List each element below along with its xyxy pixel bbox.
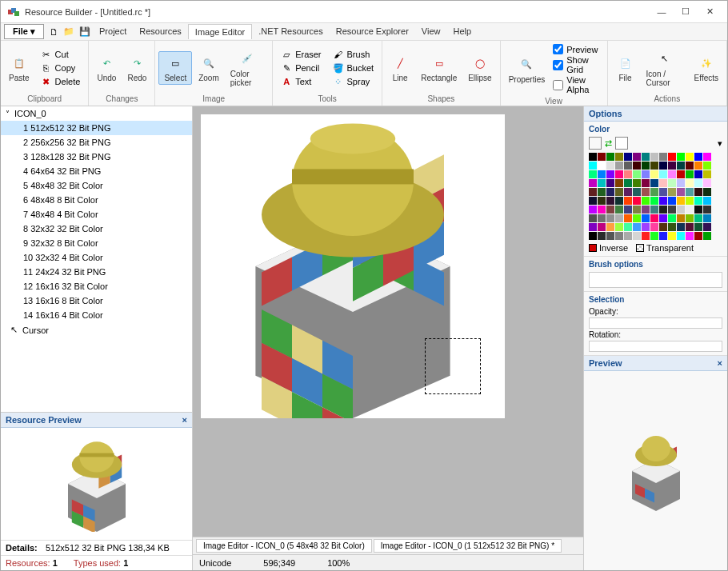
icon-cursor-button[interactable]: ↖Icon / Cursor: [642, 48, 688, 89]
palette-cell[interactable]: [659, 179, 667, 187]
palette-cell[interactable]: [677, 188, 685, 196]
palette-cell[interactable]: [589, 214, 597, 222]
brush-preview[interactable]: [589, 272, 722, 288]
palette-cell[interactable]: [606, 206, 614, 214]
palette-cell[interactable]: [624, 188, 632, 196]
palette-cell[interactable]: [642, 197, 650, 205]
palette-cell[interactable]: [633, 188, 641, 196]
palette-cell[interactable]: [650, 170, 658, 178]
brush-button[interactable]: 🖌Brush: [330, 48, 378, 61]
palette-cell[interactable]: [606, 197, 614, 205]
palette-cell[interactable]: [615, 206, 623, 214]
palette-cell[interactable]: [598, 206, 606, 214]
right-preview-close-button[interactable]: ×: [718, 358, 722, 368]
palette-cell[interactable]: [686, 162, 694, 170]
line-button[interactable]: ╱Line: [386, 52, 414, 84]
palette-cell[interactable]: [703, 170, 711, 178]
palette-cell[interactable]: [703, 197, 711, 205]
palette-cell[interactable]: [659, 232, 667, 240]
copy-button[interactable]: ⎘Copy: [38, 62, 84, 74]
palette-cell[interactable]: [615, 232, 623, 240]
palette-cell[interactable]: [703, 206, 711, 214]
palette-cell[interactable]: [668, 188, 676, 196]
transparent-flag[interactable]: Transparent: [636, 243, 694, 253]
palette-cell[interactable]: [659, 170, 667, 178]
palette-cell[interactable]: [633, 214, 641, 222]
palette-cell[interactable]: [624, 170, 632, 178]
palette-cell[interactable]: [668, 179, 676, 187]
palette-cell[interactable]: [694, 170, 702, 178]
palette-cell[interactable]: [642, 206, 650, 214]
palette-cell[interactable]: [659, 153, 667, 161]
palette-cell[interactable]: [606, 162, 614, 170]
rectangle-button[interactable]: ▭Rectangle: [416, 52, 462, 84]
palette-cell[interactable]: [642, 232, 650, 240]
palette-cell[interactable]: [598, 232, 606, 240]
palette-cell[interactable]: [694, 232, 702, 240]
palette-cell[interactable]: [703, 232, 711, 240]
palette-cell[interactable]: [650, 162, 658, 170]
palette-cell[interactable]: [694, 197, 702, 205]
text-button[interactable]: AText: [278, 75, 324, 88]
palette-cell[interactable]: [686, 188, 694, 196]
tree-item[interactable]: 8 32x32 32 Bit Color: [1, 222, 192, 236]
palette-cell[interactable]: [703, 214, 711, 222]
palette-cell[interactable]: [694, 206, 702, 214]
menu-tab-help[interactable]: Help: [446, 24, 478, 39]
bucket-button[interactable]: 🪣Bucket: [330, 62, 378, 74]
palette-cell[interactable]: [659, 197, 667, 205]
palette-cell[interactable]: [642, 188, 650, 196]
swap-colors-icon[interactable]: ⇄: [605, 138, 612, 149]
palette-cell[interactable]: [615, 162, 623, 170]
tree-item[interactable]: 13 16x16 8 Bit Color: [1, 293, 192, 308]
canvas-viewport[interactable]: [193, 106, 583, 537]
pencil-button[interactable]: ✎Pencil: [278, 62, 324, 74]
palette-cell[interactable]: [686, 206, 694, 214]
palette-cell[interactable]: [659, 214, 667, 222]
palette-cell[interactable]: [686, 223, 694, 231]
palette-cell[interactable]: [598, 170, 606, 178]
tree-item[interactable]: 11 24x24 32 Bit PNG: [1, 265, 192, 279]
palette-cell[interactable]: [686, 214, 694, 222]
palette-cell[interactable]: [650, 188, 658, 196]
maximize-button[interactable]: ☐: [674, 4, 697, 20]
palette-cell[interactable]: [677, 197, 685, 205]
inverse-flag[interactable]: Inverse: [589, 243, 628, 253]
editor-tab[interactable]: Image Editor - ICON_0 (1 512x512 32 Bit …: [374, 539, 562, 553]
palette-cell[interactable]: [686, 170, 694, 178]
palette-cell[interactable]: [589, 162, 597, 170]
palette-cell[interactable]: [650, 232, 658, 240]
qat-icon-3[interactable]: 💾: [77, 26, 93, 37]
palette-cell[interactable]: [624, 179, 632, 187]
palette-cell[interactable]: [598, 153, 606, 161]
palette-cell[interactable]: [694, 223, 702, 231]
palette-cell[interactable]: [677, 232, 685, 240]
effects-button[interactable]: ✨Effects: [690, 52, 723, 84]
palette-cell[interactable]: [606, 153, 614, 161]
palette-cell[interactable]: [677, 153, 685, 161]
palette-cell[interactable]: [589, 179, 597, 187]
eraser-button[interactable]: ▱Eraser: [278, 48, 324, 61]
palette-cell[interactable]: [589, 170, 597, 178]
palette-cell[interactable]: [633, 179, 641, 187]
palette-cell[interactable]: [650, 214, 658, 222]
palette-cell[interactable]: [624, 206, 632, 214]
palette-cell[interactable]: [659, 162, 667, 170]
tree-item[interactable]: 1 512x512 32 Bit PNG: [1, 121, 192, 135]
zoom-button[interactable]: 🔍Zoom: [194, 52, 224, 84]
palette-cell[interactable]: [642, 223, 650, 231]
palette-cell[interactable]: [642, 179, 650, 187]
select-tool-button[interactable]: ▭Select: [158, 51, 192, 85]
menu-tab--net-resources[interactable]: .NET Resources: [252, 24, 330, 39]
spray-button[interactable]: ⁘Spray: [330, 75, 378, 88]
palette-cell[interactable]: [598, 214, 606, 222]
show-grid-checkbox[interactable]: Show Grid: [553, 55, 602, 74]
palette-cell[interactable]: [598, 179, 606, 187]
palette-cell[interactable]: [606, 223, 614, 231]
tree-item[interactable]: 2 256x256 32 Bit PNG: [1, 135, 192, 150]
palette-cell[interactable]: [668, 197, 676, 205]
palette-cell[interactable]: [624, 214, 632, 222]
palette-cell[interactable]: [606, 214, 614, 222]
palette-cell[interactable]: [703, 223, 711, 231]
tree-item[interactable]: 6 48x48 8 Bit Color: [1, 193, 192, 207]
